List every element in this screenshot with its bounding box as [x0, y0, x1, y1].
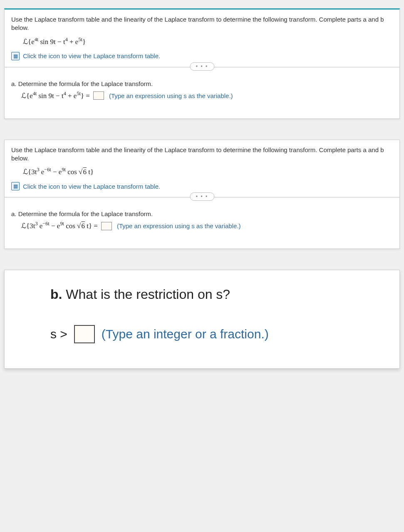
part-b-hint: (Type an integer or a fraction.) — [102, 327, 269, 341]
answer-hint: (Type an expression using s as the varia… — [109, 92, 233, 99]
answer-formula: ℒ{3t3 e−6t − e9t cos √6 t} = — [21, 222, 98, 230]
problem2-bottom: a. Determine the formula for the Laplace… — [5, 207, 399, 249]
laplace-table-link-1[interactable]: ▦ Click the icon to view the Laplace tra… — [11, 52, 393, 60]
problem-card-2: Use the Laplace transform table and the … — [4, 140, 400, 249]
part-a-label: a. Determine the formula for the Laplace… — [11, 80, 393, 87]
problem2-top: Use the Laplace transform table and the … — [5, 140, 399, 195]
problem1-bottom: a. Determine the formula for the Laplace… — [5, 77, 399, 118]
problem1-formula: ℒ{e4t sin 9t − t4 + e5t} — [11, 37, 393, 46]
problem1-top: Use the Laplace transform table and the … — [5, 10, 399, 64]
answer-hint: (Type an expression using s as the varia… — [117, 222, 241, 229]
table-icon: ▦ — [11, 182, 20, 190]
problem-card-1: Use the Laplace transform table and the … — [4, 8, 400, 119]
divider: • • • — [5, 67, 399, 77]
restriction-input[interactable] — [74, 325, 95, 343]
link-text: Click the icon to view the Laplace trans… — [23, 183, 160, 190]
answer-input[interactable] — [101, 222, 112, 230]
problem2-answer-line: ℒ{3t3 e−6t − e9t cos √6 t} = (Type an ex… — [11, 222, 393, 230]
answer-formula: ℒ{e4t sin 9t − t4 + e5t} = — [21, 91, 90, 100]
expand-pill[interactable]: • • • — [190, 192, 214, 201]
problem1-instruction: Use the Laplace transform table and the … — [11, 15, 393, 32]
part-b-question: b. What is the restriction on s? — [50, 287, 387, 302]
link-text: Click the icon to view the Laplace trans… — [23, 52, 160, 59]
problem2-formula: ℒ{3t3 e−6t − e9t cos √6 t} — [11, 167, 393, 176]
expand-pill[interactable]: • • • — [190, 62, 214, 71]
laplace-table-link-2[interactable]: ▦ Click the icon to view the Laplace tra… — [11, 182, 393, 190]
problem1-answer-line: ℒ{e4t sin 9t − t4 + e5t} = (Type an expr… — [11, 91, 393, 100]
divider: • • • — [5, 197, 399, 207]
part-b-answer-row: s > (Type an integer or a fraction.) — [50, 325, 387, 343]
answer-input[interactable] — [93, 91, 104, 100]
part-b-card: b. What is the restriction on s? s > (Ty… — [4, 270, 400, 369]
table-icon: ▦ — [11, 52, 20, 60]
problem2-instruction: Use the Laplace transform table and the … — [11, 146, 393, 163]
part-a-label: a. Determine the formula for the Laplace… — [11, 210, 393, 217]
s-greater-than: s > — [50, 327, 67, 341]
